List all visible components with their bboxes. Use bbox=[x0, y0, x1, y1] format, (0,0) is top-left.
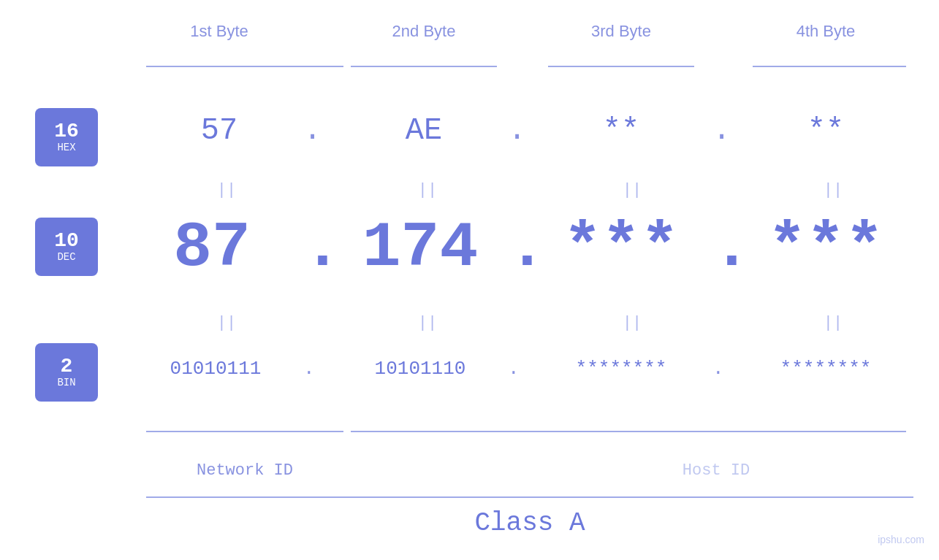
col4-header: 4th Byte bbox=[753, 22, 899, 41]
bracket-class-a bbox=[146, 496, 913, 498]
hex-dot-3: . bbox=[712, 113, 731, 148]
dec-dot-1: . bbox=[303, 212, 342, 284]
network-id-label: Network ID bbox=[146, 461, 343, 480]
dec-value-2: 174 bbox=[332, 212, 508, 284]
bracket-top-col2 bbox=[351, 66, 497, 67]
hex-dot-1: . bbox=[303, 113, 322, 148]
hex-value-4: ** bbox=[753, 113, 899, 148]
eq-hex-dec-3: || bbox=[610, 181, 654, 199]
bracket-bottom-host-id bbox=[351, 431, 906, 432]
watermark: ipshu.com bbox=[878, 534, 924, 545]
eq-hex-dec-4: || bbox=[811, 181, 855, 199]
dec-badge-label: DEC bbox=[57, 251, 75, 263]
eq-dec-bin-2: || bbox=[406, 314, 449, 332]
bin-value-4: ******** bbox=[738, 358, 913, 380]
bin-badge: 2 BIN bbox=[35, 343, 98, 402]
bin-dot-3: . bbox=[712, 358, 724, 380]
hex-value-2: AE bbox=[351, 113, 497, 148]
hex-value-3: ** bbox=[548, 113, 694, 148]
bin-value-1: 01010111 bbox=[128, 358, 303, 380]
bin-badge-num: 2 bbox=[61, 356, 73, 377]
hex-value-1: 57 bbox=[146, 113, 292, 148]
col1-header: 1st Byte bbox=[146, 22, 292, 41]
col3-header: 3rd Byte bbox=[548, 22, 694, 41]
class-a-label: Class A bbox=[146, 508, 913, 538]
dec-dot-3: . bbox=[712, 212, 751, 284]
bracket-top-col3 bbox=[548, 66, 694, 67]
bin-badge-label: BIN bbox=[57, 377, 75, 388]
hex-dot-2: . bbox=[508, 113, 526, 148]
col2-header: 2nd Byte bbox=[351, 22, 497, 41]
bracket-top-col4 bbox=[753, 66, 906, 67]
eq-dec-bin-1: || bbox=[205, 314, 248, 332]
main-container: 16 HEX 10 DEC 2 BIN 1st Byte 2nd Byte 3r… bbox=[0, 0, 939, 560]
dec-badge-num: 10 bbox=[54, 231, 79, 251]
hex-badge: 16 HEX bbox=[35, 108, 98, 166]
bin-dot-2: . bbox=[508, 358, 520, 380]
bin-dot-1: . bbox=[303, 358, 315, 380]
hex-badge-num: 16 bbox=[54, 121, 79, 142]
eq-hex-dec-1: || bbox=[205, 181, 248, 199]
eq-dec-bin-4: || bbox=[811, 314, 855, 332]
dec-value-3: *** bbox=[533, 212, 709, 284]
eq-dec-bin-3: || bbox=[610, 314, 654, 332]
dec-dot-2: . bbox=[508, 212, 547, 284]
eq-hex-dec-2: || bbox=[406, 181, 449, 199]
host-id-label: Host ID bbox=[533, 461, 899, 480]
hex-badge-label: HEX bbox=[57, 142, 75, 153]
dec-value-1: 87 bbox=[124, 212, 300, 284]
bracket-top-col1 bbox=[146, 66, 343, 67]
dec-badge: 10 DEC bbox=[35, 218, 98, 276]
dec-value-4: *** bbox=[738, 212, 913, 284]
bin-value-3: ******** bbox=[533, 358, 709, 380]
bin-value-2: 10101110 bbox=[332, 358, 508, 380]
bracket-bottom-network-id bbox=[146, 431, 343, 432]
